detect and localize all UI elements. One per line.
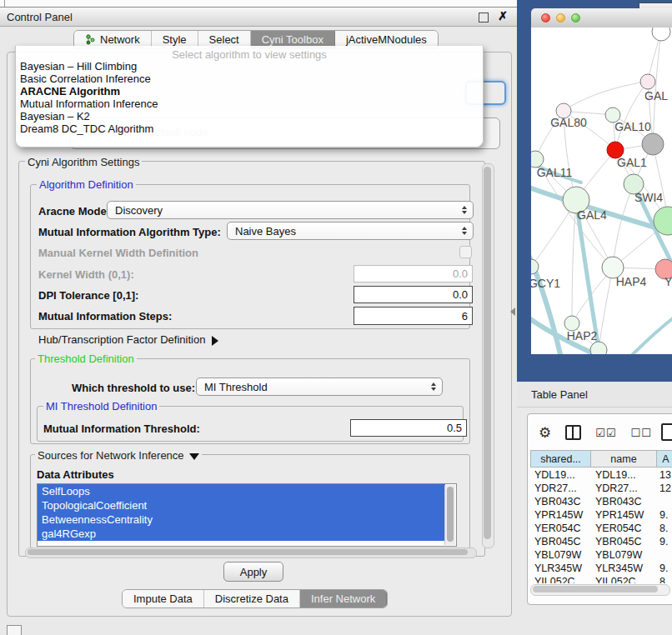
network-icon: [85, 34, 96, 45]
tab-discretize-data[interactable]: Discretize Data: [204, 590, 300, 608]
cell-value: 13: [659, 468, 672, 482]
tab-impute-data[interactable]: Impute Data: [123, 590, 204, 608]
mi-type-label: Mutual Information Algorithm Type:: [38, 226, 221, 238]
scrollbar-thumb[interactable]: [484, 167, 491, 539]
dropdown-item-basic-correlation[interactable]: Basic Correlation Inference: [16, 72, 483, 85]
apply-button[interactable]: Apply: [223, 562, 283, 582]
column-header-partial[interactable]: A: [657, 450, 672, 468]
mi-type-combo[interactable]: Naive Bayes: [227, 222, 474, 240]
column-header-shared-name[interactable]: shared...: [530, 450, 591, 468]
which-threshold-label: Which threshold to use:: [72, 382, 195, 394]
data-attributes-list[interactable]: SelfLoops TopologicalCoefficient Between…: [37, 483, 457, 547]
bottom-tabbar: Impute Data Discretize Data Infer Networ…: [122, 589, 388, 608]
network-canvas: GAL GAL80 GAL10 GAL1 GAL11 SWI4 GAL4 GCY…: [531, 28, 672, 354]
dropdown-item-mutual-information[interactable]: Mutual Information Inference: [16, 98, 483, 110]
aracne-mode-value: Discovery: [115, 204, 163, 217]
zoom-traffic-light-icon[interactable]: [571, 13, 580, 22]
cell-value: 8.: [659, 522, 672, 535]
close-icon[interactable]: ✗: [498, 9, 508, 22]
node-label: GAL: [644, 89, 668, 102]
table-header: shared... name A: [530, 450, 672, 468]
threshold-definition-label: Threshold Definition: [35, 352, 137, 365]
list-item[interactable]: SelfLoops: [38, 484, 445, 498]
which-threshold-combo[interactable]: MI Threshold: [196, 378, 443, 396]
dpi-tolerance-label: DPI Tolerance [0,1]:: [38, 289, 138, 302]
settings-vertical-scrollbar[interactable]: [482, 163, 494, 548]
network-node-labels: GAL GAL80 GAL10 GAL1 GAL11 SWI4 GAL4 GCY…: [531, 89, 672, 342]
list-vertical-scrollbar[interactable]: [444, 485, 455, 545]
scrollbar-thumb[interactable]: [533, 586, 658, 592]
spinner-icon: [431, 382, 436, 391]
dropdown-item-bayesian-k2[interactable]: Bayesian – K2: [16, 110, 483, 122]
cell-name: YIL052C: [595, 575, 659, 583]
algorithm-definition-label: Algorithm Definition: [37, 178, 136, 191]
mi-type-value: Naive Bayes: [235, 225, 296, 238]
tab-infer-network[interactable]: Infer Network: [300, 590, 387, 608]
kernel-width-value: 0.0: [453, 268, 468, 280]
dropdown-item-label: Dream8 DC_TDC Algorithm: [20, 122, 153, 135]
minimized-window-icon[interactable]: [7, 625, 22, 635]
sources-group-label: Sources for Network Inference: [38, 449, 184, 462]
tab-label: Discretize Data: [215, 592, 288, 605]
scrollbar-thumb[interactable]: [447, 487, 454, 542]
dpi-tolerance-field[interactable]: 0.0: [354, 286, 473, 303]
node-label: GAL11: [537, 166, 573, 179]
mi-threshold-value: 0.5: [447, 422, 462, 434]
tab-label: Style: [163, 33, 187, 46]
dropdown-item-label: Bayesian – K2: [20, 110, 90, 122]
mi-threshold-field[interactable]: 0.5: [350, 419, 467, 437]
algorithm-dropdown: Select algorithm to view settings Bayesi…: [15, 46, 484, 148]
node-label: GAL1: [617, 156, 647, 169]
dropdown-item-bayesian-hill-climbing[interactable]: Bayesian – Hill Climbing: [16, 60, 483, 72]
cell-shared-name: YPR145W: [534, 508, 589, 522]
node-label: GCY1: [531, 277, 560, 290]
tab-label: jActiveMNodules: [346, 33, 427, 46]
document-icon[interactable]: [661, 423, 672, 441]
cell-value: 8: [659, 575, 672, 583]
column-header-name[interactable]: name: [591, 450, 657, 468]
dropdown-item-aracne[interactable]: ARACNE Algorithm: [16, 85, 483, 98]
sources-group-toggle[interactable]: Sources for Network Inference: [35, 449, 202, 462]
float-icon[interactable]: [479, 12, 489, 22]
toolbar-divider: [4, 0, 5, 7]
list-item[interactable]: BetweennessCentrality: [38, 512, 445, 527]
kernel-width-field[interactable]: 0.0: [354, 265, 473, 282]
network-window-titlebar[interactable]: [531, 8, 672, 28]
cell-shared-name: YDL19...: [534, 468, 589, 482]
cell-name: YBR043C: [595, 495, 659, 508]
manual-kernel-checkbox[interactable]: [459, 246, 472, 258]
aracne-mode-combo[interactable]: Discovery: [107, 201, 474, 219]
settings-horizontal-scrollbar[interactable]: [25, 548, 477, 558]
dropdown-item-dream8[interactable]: Dream8 DC_TDC Algorithm: [16, 122, 483, 135]
panel-title: Control Panel: [7, 11, 73, 23]
hub-definition-label: Hub/Transcription Factor Definition: [38, 333, 205, 346]
hub-definition-toggle[interactable]: Hub/Transcription Factor Definition: [38, 333, 218, 346]
table-panel-titlebar: Table Panel: [517, 382, 672, 408]
mi-steps-field[interactable]: 6: [354, 307, 473, 325]
dropdown-item-label: Bayesian – Hill Climbing: [20, 60, 137, 72]
list-item[interactable]: TopologicalCoefficient: [38, 498, 445, 512]
control-panel-titlebar: Control Panel ✗: [0, 8, 517, 27]
columns-icon[interactable]: [565, 425, 581, 440]
gear-icon[interactable]: ⚙: [539, 426, 551, 440]
table-horizontal-scrollbar[interactable]: [530, 584, 670, 596]
select-all-checkboxes-icon[interactable]: ☑☑: [595, 427, 616, 439]
tab-label: Impute Data: [133, 592, 193, 605]
dropdown-placeholder: Select algorithm to view settings: [16, 46, 483, 60]
node-label: HAP2: [567, 329, 598, 342]
screen: Control Panel ✗ Network Style Select: [0, 0, 672, 635]
list-item-label: SelfLoops: [42, 485, 90, 498]
minimize-traffic-light-icon[interactable]: [556, 13, 565, 22]
scrollbar-thumb[interactable]: [28, 549, 468, 555]
network-view[interactable]: GAL GAL80 GAL10 GAL1 GAL11 SWI4 GAL4 GCY…: [531, 28, 672, 354]
collapse-arrow-icon: [189, 453, 199, 460]
column-header-label: shared...: [540, 453, 581, 465]
deselect-all-checkboxes-icon[interactable]: ☐☐: [631, 427, 652, 439]
table-body[interactable]: YDL19...YDL19...13 YDR27...YDR27...12 YB…: [530, 468, 672, 583]
cell-shared-name: YER054C: [534, 522, 589, 535]
tab-label: Select: [209, 33, 239, 46]
list-item[interactable]: gal4RGexp: [38, 527, 445, 541]
panel-splitter-arrow[interactable]: [510, 308, 515, 316]
close-traffic-light-icon[interactable]: [541, 13, 550, 22]
cell-name: YER054C: [595, 522, 659, 535]
